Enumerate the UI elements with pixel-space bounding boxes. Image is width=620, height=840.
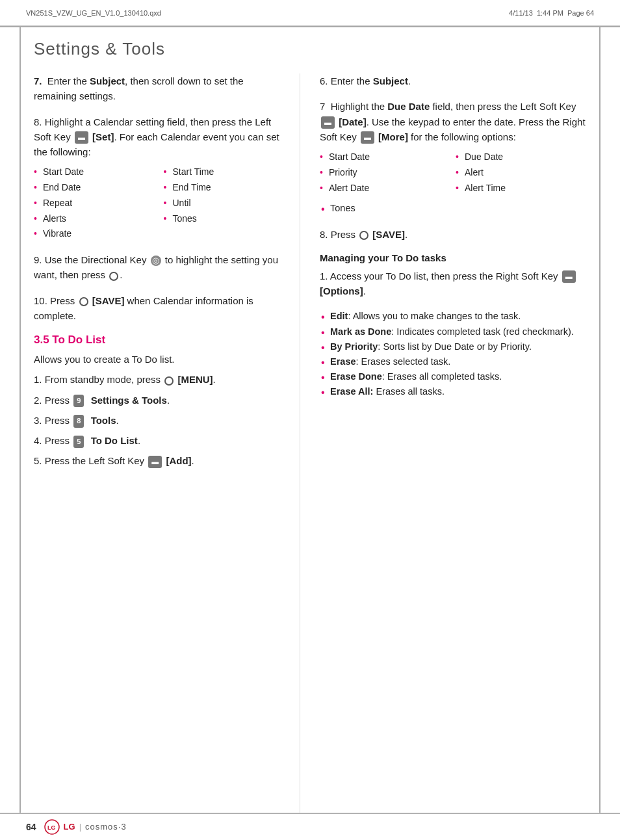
bullet-start-date-r: Start Date [320, 150, 450, 165]
managing-bullet-mark-done: Mark as Done: Indicates completed task (… [320, 324, 586, 339]
item-7: 7. Enter the Subject, then scroll down t… [34, 73, 287, 104]
right-column: 6. Enter the Subject. 7 Highlight the Du… [300, 73, 599, 813]
bullet-vibrate: Vibrate [34, 226, 157, 242]
item9-text: 9. Use the Directional Key to highlight … [34, 252, 287, 283]
add-key: ▬ [148, 456, 162, 468]
right-item7-bullets: Start Date Due Date Priority Alert Alert… [320, 150, 586, 196]
cosmos-text: cosmos·3 [85, 822, 127, 832]
circle-icon-9 [109, 272, 118, 281]
right-item7-text: 7 Highlight the Due Date field, then pre… [320, 99, 586, 144]
todo-steps: 1. From standby mode, press [MENU]. 2. P… [34, 372, 287, 468]
bullet-priority-r: Priority [320, 165, 450, 181]
bullet-end-date: End Date [34, 180, 157, 196]
bullet-alert-date-r: Alert Date [320, 181, 450, 196]
options-key: ▬ [562, 270, 576, 283]
todo-step-4: 4. Press 5 To Do List. [34, 433, 287, 448]
left-column: 7. Enter the Subject, then scroll down t… [21, 73, 300, 813]
item10-text: 10. Press [SAVE] when Calendar informati… [34, 293, 287, 324]
right-item-6: 6. Enter the Subject. [320, 73, 586, 88]
managing-bullet-erase-all: Erase All: Erases all tasks. [320, 384, 586, 399]
more-key: ▬ [361, 131, 374, 144]
key-9: 9 [73, 395, 84, 407]
item7-text: 7. Enter the Subject, then scroll down t… [34, 73, 287, 104]
todo-step-5: 5. Press the Left Soft Key ▬ [Add]. [34, 453, 287, 468]
item-10: 10. Press [SAVE] when Calendar informati… [34, 293, 287, 324]
managing-step-1: 1. Access your To Do list, then press th… [320, 269, 586, 299]
section-35-intro: Allows you to create a To Do list. [34, 352, 287, 367]
circle-icon-save-r [359, 231, 368, 240]
todo-step-3: 3. Press 8 Tools. [34, 413, 287, 428]
bullet-tones-left: Tones [164, 211, 287, 227]
bullet-alerts: Alerts [34, 211, 157, 227]
lg-text: LG [64, 822, 75, 832]
header-filename: VN251S_VZW_UG_EN_V1.0_130410.qxd [26, 9, 161, 17]
columns: 7. Enter the Subject, then scroll down t… [21, 73, 599, 813]
header-date: 4/11/13 1:44 PM Page 64 [509, 9, 594, 17]
item-9: 9. Use the Directional Key to highlight … [34, 252, 287, 283]
managing-bullet-by-priority: By Priority: Sorts list by Due Date or b… [320, 339, 586, 354]
todo-step-1: 1. From standby mode, press [MENU]. [34, 372, 287, 387]
header-bar: VN251S_VZW_UG_EN_V1.0_130410.qxd 4/11/13… [0, 0, 620, 26]
date-key: ▬ [321, 116, 335, 129]
circle-icon-step1 [164, 376, 174, 386]
right-item8-text: 8. Press [SAVE]. [320, 227, 586, 242]
page-border-right [599, 26, 601, 814]
set-key: ▬ [75, 131, 88, 144]
bullet-tones-r: Tones [320, 201, 586, 216]
directional-key-icon [151, 256, 161, 266]
key-5: 5 [73, 436, 84, 448]
footer-logo: LG LG | cosmos·3 [44, 819, 127, 835]
right-item7-tones: Tones [320, 201, 586, 216]
right-item6-text: 6. Enter the Subject. [320, 73, 586, 88]
right-item-7: 7 Highlight the Due Date field, then pre… [320, 99, 586, 216]
bullet-end-time: End Time [164, 180, 287, 196]
bullet-due-date-r: Due Date [456, 150, 586, 165]
managing-bullet-erase: Erase: Erases selected task. [320, 354, 586, 369]
section-35-heading: 3.5 To Do List [34, 334, 287, 347]
managing-bullet-erase-done: Erase Done: Erases all completed tasks. [320, 369, 586, 384]
right-item-8: 8. Press [SAVE]. [320, 227, 586, 242]
managing-step1-text: 1. Access your To Do list, then press th… [320, 269, 586, 299]
todo-step-2: 2. Press 9 Settings & Tools. [34, 393, 287, 408]
bullet-repeat: Repeat [34, 196, 157, 211]
lg-logo-icon: LG [44, 819, 60, 835]
bullet-alert-r: Alert [456, 165, 586, 181]
managing-bullet-edit: Edit: Allows you to make changes to the … [320, 309, 586, 324]
bullet-alert-time-r: Alert Time [456, 181, 586, 196]
bullet-until: Until [164, 196, 287, 211]
key-8: 8 [73, 415, 84, 427]
item8-bullets: Start Date Start Time End Date End Time … [34, 164, 287, 242]
circle-icon-10 [79, 297, 88, 306]
svg-text:LG: LG [47, 824, 56, 831]
footer-page-number: 64 [26, 822, 36, 832]
content-area: Settings & Tools 7. Enter the Subject, t… [21, 27, 599, 813]
item8-text: 8. Highlight a Calendar setting field, t… [34, 114, 287, 160]
managing-heading: Managing your To Do tasks [320, 252, 586, 263]
item-8: 8. Highlight a Calendar setting field, t… [34, 114, 287, 243]
bullet-start-date: Start Date [34, 164, 157, 180]
bullet-start-time: Start Time [164, 164, 287, 180]
managing-bullets: Edit: Allows you to make changes to the … [320, 309, 586, 399]
footer: 64 LG LG | cosmos·3 [0, 813, 620, 840]
page-title: Settings & Tools [34, 39, 599, 59]
